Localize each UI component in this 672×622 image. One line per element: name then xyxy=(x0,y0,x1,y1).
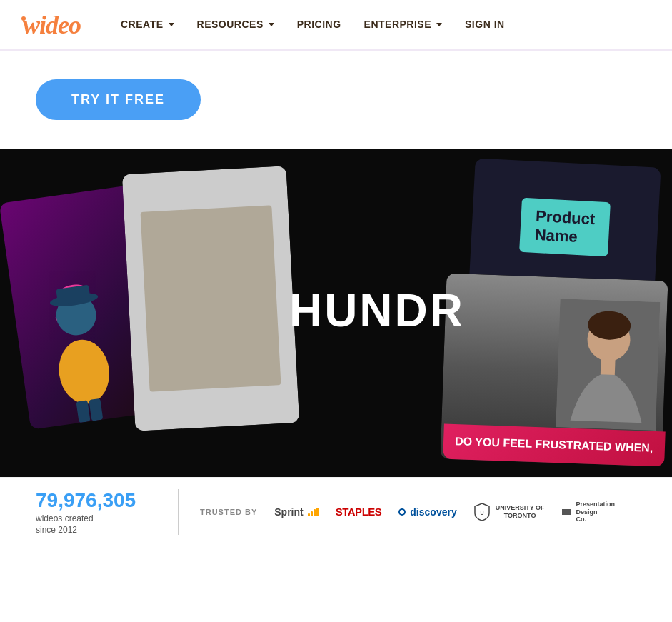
trusted-section: TRUSTED BY Sprint STAPLES discovery U xyxy=(200,501,636,523)
discovery-name: discovery xyxy=(410,506,456,518)
stats-bar: 79,976,305 wideos created since 2012 TRU… xyxy=(0,477,672,546)
frustrated-text: DO YOU FEEL FRUSTRATED WHEN, xyxy=(455,434,654,456)
nav-resources-label: RESOURCES xyxy=(197,19,264,30)
nav-signin-label: SIGN IN xyxy=(465,19,505,30)
hundr-text: HUNDR xyxy=(289,284,465,337)
frustrated-label: DO YOU FEEL FRUSTRATED WHEN, xyxy=(455,435,653,454)
staples-name: STAPLES xyxy=(336,506,382,518)
product-name-badge: ProductName xyxy=(520,197,611,256)
svg-point-1 xyxy=(55,336,114,407)
trusted-by-label: TRUSTED BY xyxy=(200,508,257,516)
stats-label-line1: wideos created xyxy=(36,513,156,523)
logo-text: wideo xyxy=(21,9,81,39)
nav-enterprise-label: ENTERPRISE xyxy=(364,19,431,30)
hundr-label: HUNDR xyxy=(289,285,465,336)
stats-number: 79,976,305 xyxy=(36,489,156,512)
stats-label-line2: since 2012 xyxy=(36,525,156,535)
toronto-shield-icon: U xyxy=(474,503,490,521)
brand-presentation-design-co: Presentation Design Co. xyxy=(562,501,616,523)
svg-text:U: U xyxy=(480,511,483,516)
nav-resources-chevron-icon xyxy=(269,23,274,26)
nav-create-chevron-icon xyxy=(169,23,174,26)
character-illustration xyxy=(25,274,137,428)
stats-count-block: 79,976,305 wideos created since 2012 xyxy=(36,489,179,535)
card-center xyxy=(122,166,300,431)
pdc-lines-icon xyxy=(562,509,571,515)
nav-signin[interactable]: SIGN IN xyxy=(453,13,516,36)
video-background: S ProductName xyxy=(0,149,672,477)
hero-section: TRY IT FREE xyxy=(0,49,672,141)
person-silhouette xyxy=(556,299,660,431)
brand-sprint: Sprint xyxy=(274,506,318,518)
frustrated-overlay: DO YOU FEEL FRUSTRATED WHEN, xyxy=(443,424,666,467)
header: wideo CREATE RESOURCES PRICING ENTERPRIS… xyxy=(0,0,672,49)
video-preview-section: S ProductName xyxy=(0,149,672,477)
card-center-inner xyxy=(122,166,300,431)
try-it-free-button[interactable]: TRY IT FREE xyxy=(36,79,201,120)
sprint-name: Sprint xyxy=(274,506,303,518)
main-nav: CREATE RESOURCES PRICING ENTERPRISE SIGN… xyxy=(109,13,516,36)
nav-pricing-label: PRICING xyxy=(297,19,341,30)
sprint-signal-icon xyxy=(308,508,319,516)
product-name-text: ProductName xyxy=(534,206,596,245)
nav-resources[interactable]: RESOURCES xyxy=(186,13,286,36)
logo[interactable]: wideo xyxy=(21,9,81,40)
nav-create[interactable]: CREATE xyxy=(109,13,186,36)
try-it-free-label: TRY IT FREE xyxy=(71,92,165,106)
nav-enterprise[interactable]: ENTERPRISE xyxy=(353,13,453,36)
svg-rect-5 xyxy=(89,398,103,421)
nav-pricing[interactable]: PRICING xyxy=(286,13,353,36)
discovery-circle-icon xyxy=(398,508,406,516)
nav-enterprise-chevron-icon xyxy=(436,23,442,26)
brand-staples: STAPLES xyxy=(336,506,382,518)
brand-university-toronto: U UNIVERSITY OF TORONTO xyxy=(474,503,545,521)
toronto-text: UNIVERSITY OF TORONTO xyxy=(496,504,545,520)
nav-create-label: CREATE xyxy=(121,19,164,30)
brand-discovery: discovery xyxy=(398,506,456,518)
pdc-text: Presentation Design Co. xyxy=(576,501,616,523)
svg-rect-9 xyxy=(601,358,616,375)
